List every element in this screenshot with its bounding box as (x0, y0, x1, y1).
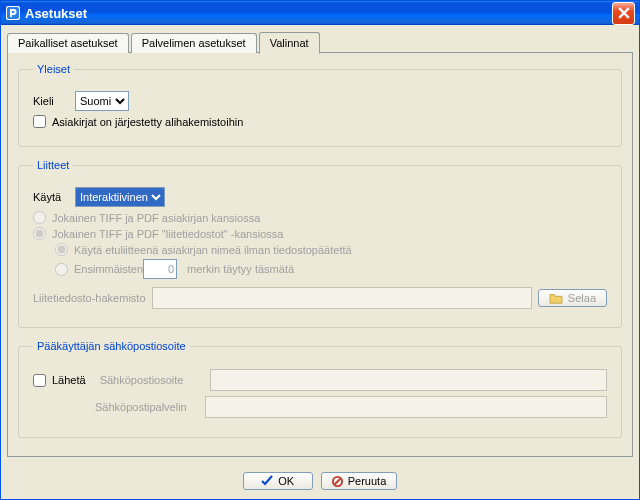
email-server-label: Sähköpostipalvelin (95, 401, 205, 413)
email-address-label: Sähköpostiosoite (100, 374, 210, 386)
group-admin-email-title: Pääkäyttäjän sähköpostiosoite (33, 340, 190, 352)
group-attachments-title: Liitteet (33, 159, 73, 171)
tabstrip: Paikalliset asetukset Palvelimen asetuks… (7, 31, 633, 53)
radio-first-n (55, 263, 68, 276)
app-icon (5, 5, 21, 21)
cancel-button[interactable]: Peruuta (321, 472, 398, 490)
att-folder-label: Liitetiedosto-hakemisto (33, 292, 146, 304)
cancel-label: Peruuta (348, 475, 387, 487)
send-label: Lähetä (52, 374, 86, 386)
radio-every-attfolder-label: Jokainen TIFF ja PDF "liitetiedostot" -k… (52, 228, 283, 240)
titlebar: Asetukset (1, 1, 639, 25)
radio-prefix-docname-label: Käytä etuliitteenä asiakirjan nimeä ilma… (74, 244, 352, 256)
folder-icon (549, 292, 563, 304)
use-select[interactable]: Interaktiivinen (75, 187, 165, 207)
close-button[interactable] (612, 2, 635, 25)
check-icon (261, 475, 273, 487)
tabpanel-options: Yleiset Kieli Suomi Asiakirjat on järjes… (7, 52, 633, 457)
settings-window: Asetukset Paikalliset asetukset Palvelim… (0, 0, 640, 500)
client-area: Paikalliset asetukset Palvelimen asetuks… (1, 25, 639, 463)
radio-first-n-label-a: Ensimmäisten (74, 263, 143, 275)
tab-label: Paikalliset asetukset (18, 37, 118, 49)
ok-button[interactable]: OK (243, 472, 313, 490)
browse-button: Selaa (538, 289, 607, 307)
first-n-input (143, 259, 177, 279)
tab-label: Palvelimen asetukset (142, 37, 246, 49)
radio-prefix-docname (55, 243, 68, 256)
radio-first-n-label-b: merkin täytyy täsmätä (187, 263, 294, 275)
language-label: Kieli (33, 95, 67, 107)
email-address-input (210, 369, 607, 391)
email-server-input (205, 396, 607, 418)
group-general: Yleiset Kieli Suomi Asiakirjat on järjes… (18, 63, 622, 147)
cancel-icon (332, 476, 343, 487)
radio-every-docfolder-label: Jokainen TIFF ja PDF asiakirjan kansioss… (52, 212, 260, 224)
att-folder-path (152, 287, 532, 309)
group-admin-email: Pääkäyttäjän sähköpostiosoite Lähetä Säh… (18, 340, 622, 438)
tab-label: Valinnat (270, 37, 309, 49)
send-checkbox[interactable] (33, 374, 46, 387)
radio-every-attfolder (33, 227, 46, 240)
tab-options[interactable]: Valinnat (259, 32, 320, 54)
subfolders-checkbox[interactable] (33, 115, 46, 128)
dialog-footer: OK Peruuta (1, 463, 639, 499)
group-attachments: Liitteet Käytä Interaktiivinen Jokainen … (18, 159, 622, 328)
window-title: Asetukset (25, 6, 612, 21)
language-select[interactable]: Suomi (75, 91, 129, 111)
subfolders-label: Asiakirjat on järjestetty alihakemistoih… (52, 116, 243, 128)
group-general-title: Yleiset (33, 63, 74, 75)
use-label: Käytä (33, 191, 67, 203)
tab-local[interactable]: Paikalliset asetukset (7, 33, 129, 53)
radio-every-docfolder (33, 211, 46, 224)
tab-server[interactable]: Palvelimen asetukset (131, 33, 257, 53)
ok-label: OK (278, 475, 294, 487)
browse-label: Selaa (568, 292, 596, 304)
